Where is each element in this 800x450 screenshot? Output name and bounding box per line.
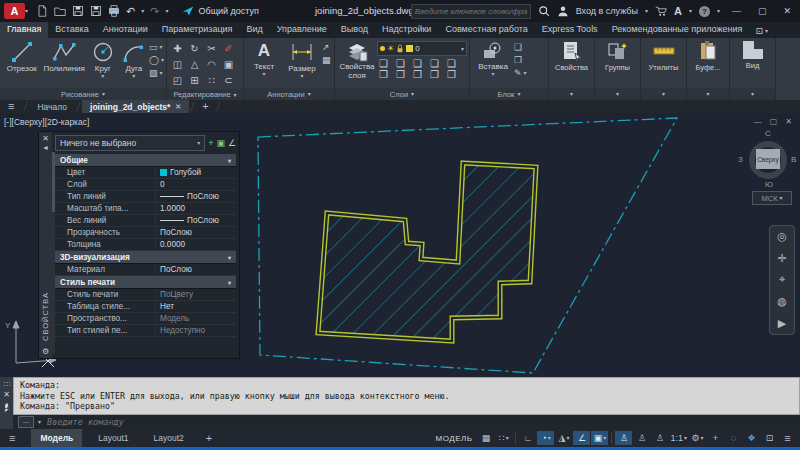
prop-row-color[interactable]: Цвет Голубой [55,167,236,179]
insert-caret-icon[interactable]: ▾ [491,71,494,77]
prop-row-lineweight[interactable]: Вес линий ПоСлою [55,215,236,227]
ribbon-state-icon[interactable]: ⊡ [755,26,763,36]
scale-tool[interactable]: ∷ [203,73,220,89]
polar-tracking-icon[interactable]: ◔▾ [537,431,554,445]
trim-tool[interactable]: ✂ [203,41,220,57]
snap-toggle-icon[interactable]: ∷▾ [495,431,512,445]
steering-wheel-icon[interactable]: ◎ [777,230,787,243]
file-tabs-menu-icon[interactable]: ≡ [0,100,22,113]
ribbon-tab-parametric[interactable]: Параметризация [155,22,240,38]
search-icon[interactable] [538,5,550,17]
open-file-icon[interactable] [54,5,66,17]
pan-icon[interactable]: ✛ [777,252,786,265]
view-panel-button[interactable]: Вид [730,38,775,88]
viewcube-top-face[interactable]: Сверху [756,149,780,169]
text-caret-icon[interactable]: ▾ [262,71,265,77]
command-recent-caret-icon[interactable]: ▾ [38,419,41,425]
palette-settings-icon[interactable]: ⚙ [42,347,49,356]
isodraft-icon[interactable]: ◮▾ [555,431,572,445]
layer-properties-tool[interactable]: Свойства слоя [337,39,377,88]
layer-tool-3[interactable]: ❏ [413,58,422,69]
ribbon-tab-output[interactable]: Вывод [334,22,375,38]
panel-properties-expander[interactable]: ▾ [549,88,594,100]
new-file-icon[interactable] [36,5,48,17]
text-tool[interactable]: A Текст ▾ [246,39,282,88]
object-snap-tracking-icon[interactable]: ∠ [573,431,590,445]
viewport-close-icon[interactable]: ✕ [785,117,792,126]
ribbon-tab-manage[interactable]: Управление [270,22,334,38]
store-caret-icon[interactable]: ▾ [689,8,692,14]
ellipse-tool[interactable]: ◯▾ [149,54,164,66]
panel-groups-expander[interactable]: ▾ [595,88,640,100]
workspace-gear-icon[interactable]: ⚙▾ [689,431,706,445]
graphics-performance-icon[interactable]: ❖ [743,431,760,445]
panel-layers-label[interactable]: Слои▾ [335,88,469,100]
ortho-toggle-icon[interactable]: ∟ [519,431,536,445]
app-menu-caret-icon[interactable]: ▾ [25,8,28,14]
layer-dropdown-caret-icon[interactable]: ▾ [461,46,464,52]
section-3d-visualization[interactable]: 3D-визуализация▾ [55,251,236,264]
ucs-dropdown[interactable]: МСК▾ [752,191,792,205]
joined-shape[interactable] [318,163,536,341]
sign-in-label[interactable]: Вход в службы [576,6,638,16]
erase-tool[interactable]: ✐ [220,41,237,57]
user-icon[interactable] [557,5,569,17]
new-layout-button[interactable]: + [200,432,218,444]
object-snap-icon[interactable]: ▣▾ [591,431,608,445]
explode-tool[interactable]: ▣ [220,57,237,73]
clean-screen-icon[interactable]: ⊡ [761,431,778,445]
circle-caret-icon[interactable]: ▾ [101,73,104,79]
layer-tool-4[interactable]: ❏ [430,58,439,69]
prop-row-linetype[interactable]: Тип линий ПоСлою [55,191,236,203]
hatch-tool[interactable]: ▨▾ [149,67,164,79]
command-recent-icon[interactable]: — [18,416,34,428]
fillet-tool[interactable]: ◠ [203,57,220,73]
layout-menu-icon[interactable]: ≡ [0,432,24,444]
table-tool[interactable]: ▦ [322,54,331,66]
viewcube-west[interactable]: З [738,155,743,164]
layer-tool-1[interactable]: ❏ [379,58,388,69]
dimension-caret-icon[interactable]: ▾ [300,73,303,79]
layer-tool-8[interactable]: ❐ [413,69,422,80]
panel-block-label[interactable]: Блок▾ [470,88,548,100]
ribbon-tab-featured[interactable]: Рекомендованные приложения [605,22,750,38]
annotation-visibility-icon[interactable]: ♙ [615,431,632,445]
polyline-tool[interactable]: Полилиния [42,39,87,88]
layer-tool-6[interactable]: ❐ [379,69,388,80]
help-search-box[interactable] [411,4,531,19]
file-tab-drawing[interactable]: joining_2d_objects* ✕ [82,100,189,113]
palette-scrollbar[interactable] [52,152,55,354]
copy-tool[interactable]: ◫ [169,57,186,73]
layer-tool-10[interactable]: ❐ [447,69,456,80]
panel-draw-label[interactable]: Рисование▾ [0,88,166,100]
file-tab-start[interactable]: Начало [29,100,75,113]
ribbon-tab-home[interactable]: Главная [0,22,48,38]
save-as-icon[interactable] [90,5,102,17]
share-button[interactable]: Общий доступ [182,5,258,17]
insert-block-tool[interactable]: Вставка ▾ [472,39,514,88]
layer-tool-2[interactable]: ❏ [396,58,405,69]
palette-close-icon[interactable]: ✕ [42,134,49,143]
zoom-icon[interactable]: ⌖ [779,273,785,286]
viewcube-south[interactable]: Ю [765,180,773,189]
panel-utilities-expander[interactable]: ▾ [641,88,686,100]
prop-row-plot-type[interactable]: Тип стилей пе... Недоступно [55,325,236,337]
new-drawing-tab-button[interactable]: + [196,100,214,113]
viewport-restore-icon[interactable]: ▢ [770,117,778,126]
rectangle-tool[interactable]: ▭▾ [149,41,164,53]
layer-tool-7[interactable]: ❐ [396,69,405,80]
sign-in-caret-icon[interactable]: ▾ [645,8,648,14]
undo-caret-icon[interactable]: ▾ [141,8,144,14]
isolate-objects-icon[interactable]: ◌ [725,431,742,445]
select-objects-icon[interactable]: ▣ [216,138,225,148]
annotation-autoscale-icon[interactable]: ♙ [633,431,650,445]
app-menu-button[interactable]: A [4,3,25,19]
prop-row-linetype-scale[interactable]: Масштаб типа... 1.0000 [55,203,236,215]
layout2-tab[interactable]: Layout2 [145,429,193,447]
edit-block-tool[interactable]: ❐ [514,54,527,66]
prop-row-plot-style[interactable]: Стиль печати ПоЦвету [55,289,236,301]
viewport-minimize-icon[interactable]: — [754,117,762,126]
ribbon-tab-addins[interactable]: Надстройки [375,22,438,38]
model-space-canvas[interactable]: Y X [-][Сверху][2D-каркас] — ▢ ✕ Сверху … [0,113,800,377]
arc-caret-icon[interactable]: ▾ [132,73,135,79]
